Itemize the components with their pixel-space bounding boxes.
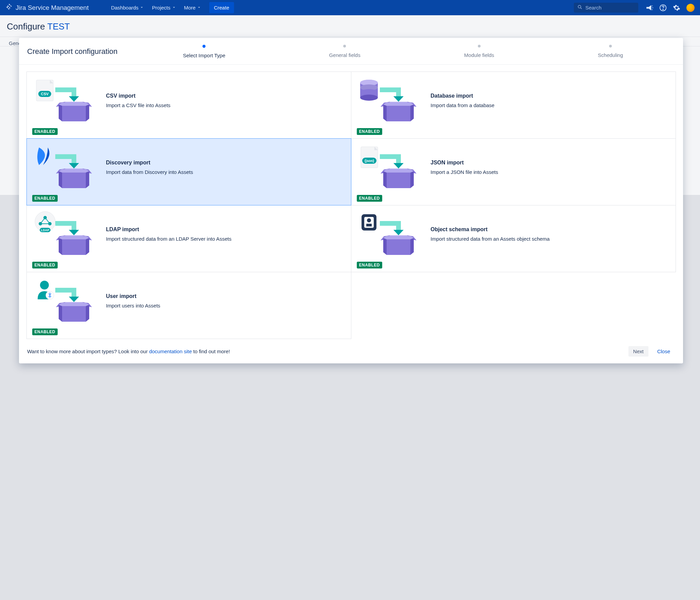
stepper: Select Import Type General fields Module… (131, 45, 675, 58)
chevron-down-icon (140, 5, 144, 11)
card-desc: Import structured data from an Assets ob… (431, 235, 550, 242)
modal-title: Create Import configuration (27, 47, 118, 56)
status-badge: ENABLED (32, 195, 58, 202)
step-scheduling[interactable]: Scheduling (598, 45, 623, 58)
status-badge: ENABLED (357, 195, 383, 202)
feedback-icon[interactable] (646, 4, 653, 12)
card-title: JSON import (431, 160, 498, 166)
card-object-schema-import[interactable]: Object schema import Import structured d… (351, 205, 676, 272)
card-desc: Import data from a database (431, 102, 494, 109)
svg-point-3 (663, 9, 663, 10)
svg-point-0 (578, 5, 581, 8)
step-label: Select Import Type (183, 53, 226, 58)
card-desc: Import structured data from an LDAP Serv… (106, 235, 232, 242)
next-button[interactable]: Next (628, 346, 648, 357)
footer-text: Want to know more about import types? Lo… (27, 348, 624, 354)
search-icon (577, 4, 583, 11)
card-title: Discovery import (106, 160, 193, 166)
documentation-link[interactable]: documentation site (149, 348, 192, 354)
user-icon (32, 278, 100, 325)
discovery-icon (32, 144, 100, 192)
import-type-grid: CSV CSV import Import a CSV file into As… (19, 65, 683, 341)
status-badge: ENABLED (32, 328, 58, 335)
footer-text-before: Want to know more about import types? Lo… (27, 348, 149, 354)
card-discovery-import[interactable]: Discovery import Import data from Discov… (26, 138, 351, 205)
step-module-fields[interactable]: Module fields (464, 45, 494, 58)
card-title: Object schema import (431, 226, 550, 233)
step-label: Scheduling (598, 52, 623, 58)
brand-label: Jira Service Management (16, 4, 89, 12)
card-desc: Import data from Discovery into Assets (106, 168, 193, 176)
card-title: CSV import (106, 93, 171, 99)
svg-text:LDAP: LDAP (41, 228, 49, 232)
step-label: General fields (329, 52, 361, 58)
page-header: Configure TEST (0, 15, 700, 37)
svg-point-23 (360, 95, 378, 101)
svg-point-41 (40, 281, 49, 289)
database-icon (357, 77, 425, 125)
card-csv-import[interactable]: CSV CSV import Import a CSV file into As… (26, 72, 351, 139)
nav-dashboards[interactable]: Dashboards (110, 3, 145, 13)
nav-projects-label: Projects (152, 5, 170, 11)
svg-text:{json}: {json} (364, 159, 374, 163)
card-title: User import (106, 293, 160, 299)
page-title-key: TEST (47, 21, 70, 32)
chevron-down-icon (197, 5, 201, 11)
svg-point-39 (367, 218, 371, 222)
top-nav: Jira Service Management Dashboards Proje… (0, 0, 700, 15)
step-general-fields[interactable]: General fields (329, 45, 361, 58)
help-icon[interactable] (659, 4, 667, 12)
status-badge: ENABLED (32, 128, 58, 135)
footer-text-after: to find out more! (192, 348, 230, 354)
chevron-down-icon (172, 5, 176, 11)
svg-text:CSV: CSV (41, 92, 48, 96)
jira-logo-icon (5, 3, 13, 12)
nav-more-label: More (184, 5, 196, 11)
json-file-icon: {json} (357, 144, 425, 192)
step-label: Module fields (464, 52, 494, 58)
status-badge: ENABLED (357, 262, 383, 268)
svg-line-1 (581, 8, 582, 9)
modal-header: Create Import configuration Select Impor… (19, 38, 683, 65)
top-nav-left: Jira Service Management Dashboards Proje… (5, 2, 570, 13)
card-desc: Import a CSV file into Assets (106, 102, 171, 109)
close-button[interactable]: Close (653, 346, 675, 357)
card-title: Database import (431, 93, 494, 99)
create-import-modal: Create Import configuration Select Impor… (19, 38, 683, 363)
brand[interactable]: Jira Service Management (5, 3, 89, 12)
nav-projects[interactable]: Projects (151, 3, 177, 13)
ldap-icon: LDAP (32, 211, 100, 258)
card-json-import[interactable]: {json} JSON import Import a JSON file in… (351, 138, 676, 205)
svg-point-22 (360, 89, 378, 95)
create-button[interactable]: Create (209, 2, 234, 13)
status-badge: ENABLED (357, 128, 383, 135)
search-box[interactable] (574, 3, 638, 13)
gear-icon[interactable] (673, 4, 680, 12)
card-desc: Import a JSON file into Assets (431, 168, 498, 176)
csv-file-icon: CSV (32, 77, 100, 125)
schema-icon (357, 211, 425, 258)
card-user-import[interactable]: User import Import users into Assets ENA… (26, 272, 351, 339)
top-nav-right (646, 4, 695, 12)
svg-rect-40 (366, 224, 372, 226)
card-desc: Import users into Assets (106, 302, 160, 309)
card-ldap-import[interactable]: LDAP LDAP import Import structured data … (26, 205, 351, 272)
page-title: Configure TEST (7, 21, 693, 32)
search-input[interactable] (585, 5, 635, 11)
step-select-import-type[interactable]: Select Import Type (183, 45, 226, 58)
status-badge: ENABLED (32, 262, 58, 268)
modal-footer: Want to know more about import types? Lo… (19, 341, 683, 363)
card-title: LDAP import (106, 226, 232, 233)
page-title-prefix: Configure (7, 21, 47, 32)
card-database-import[interactable]: Database import Import data from a datab… (351, 72, 676, 139)
nav-dashboards-label: Dashboards (111, 5, 138, 11)
nav-more[interactable]: More (183, 3, 202, 13)
avatar[interactable] (686, 4, 695, 12)
